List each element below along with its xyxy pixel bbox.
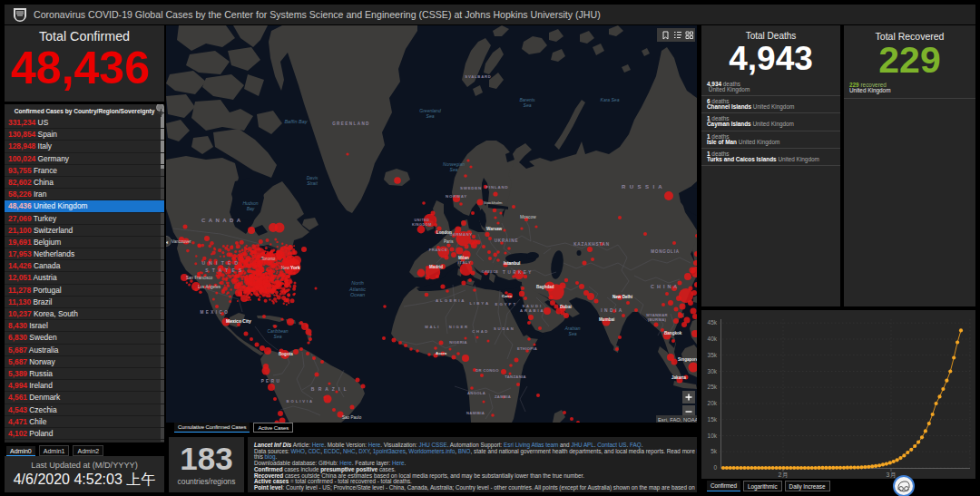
svg-text:C H I N A: C H I N A (651, 284, 678, 289)
svg-text:30k: 30k (708, 368, 718, 374)
svg-text:Accra: Accra (436, 351, 447, 355)
svg-text:Arabian: Arabian (564, 326, 580, 331)
svg-text:TANZANIA: TANZANIA (505, 374, 526, 379)
svg-text:Toronto: Toronto (261, 257, 276, 261)
svg-text:Barents: Barents (519, 97, 535, 102)
svg-text:FRANCE: FRANCE (429, 248, 447, 252)
svg-text:2月: 2月 (779, 472, 789, 479)
svg-text:0: 0 (713, 464, 717, 471)
svg-text:R U S S I A: R U S S I A (622, 184, 663, 190)
svg-text:ETHIOPIA: ETHIOPIA (517, 346, 537, 351)
svg-text:Bay: Bay (247, 206, 255, 211)
svg-text:DR CONGO: DR CONGO (475, 368, 499, 373)
svg-text:10k: 10k (708, 433, 718, 439)
svg-text:FINLAND: FINLAND (486, 185, 509, 190)
svg-text:45k: 45k (708, 319, 718, 326)
svg-text:Mumbai: Mumbai (599, 317, 614, 322)
svg-text:25k: 25k (708, 384, 718, 390)
svg-text:◂: ◂ (166, 239, 168, 245)
svg-text:S U D A N: S U D A N (494, 326, 514, 331)
svg-text:ITALY: ITALY (458, 260, 472, 265)
svg-text:Sea: Sea (450, 167, 458, 172)
svg-text:Greenland: Greenland (419, 108, 441, 113)
svg-text:Sea: Sea (524, 102, 532, 108)
svg-text:Esri, FAO, NOAA: Esri, FAO, NOAA (658, 417, 697, 423)
svg-text:New Delhi: New Delhi (612, 295, 632, 299)
svg-text:Caribbean: Caribbean (267, 328, 288, 334)
svg-text:Cairo: Cairo (502, 294, 513, 298)
svg-text:35k: 35k (708, 352, 718, 358)
svg-text:Stockholm: Stockholm (484, 200, 503, 205)
svg-text:B O L I V I A: B O L I V I A (287, 399, 313, 404)
svg-text:GERMANY: GERMANY (450, 232, 473, 237)
svg-text:KAZAKHSTAN: KAZAKHSTAN (573, 242, 610, 247)
svg-text:York: York (290, 265, 300, 270)
svg-text:Moscow: Moscow (520, 215, 536, 219)
svg-text:MONGOLIA: MONGOLIA (651, 249, 680, 254)
svg-text:UNITED: UNITED (414, 219, 429, 222)
svg-text:Baffin Bay: Baffin Bay (284, 119, 308, 124)
svg-text:Davis: Davis (307, 175, 318, 180)
svg-text:U N I T E D: U N I T E D (202, 260, 240, 266)
svg-text:5k: 5k (710, 448, 718, 454)
svg-text:SWEDEN: SWEDEN (460, 186, 482, 190)
svg-text:North: North (351, 280, 363, 286)
svg-text:S T A T E S: S T A T E S (205, 267, 243, 273)
svg-text:Vancouver: Vancouver (172, 239, 191, 244)
svg-text:Hudson: Hudson (242, 200, 258, 206)
svg-text:I N D I A: I N D I A (601, 308, 622, 313)
svg-text:Mexico City: Mexico City (226, 318, 251, 324)
svg-text:NAMIBIA: NAMIBIA (466, 411, 485, 415)
svg-text:UKRAINE: UKRAINE (495, 238, 519, 243)
svg-text:T U R K E Y: T U R K E Y (503, 270, 532, 275)
svg-text:SVALBARD: SVALBARD (465, 74, 491, 79)
svg-text:Paris: Paris (444, 239, 454, 244)
svg-text:B R A Z I L: B R A Z I L (311, 386, 348, 392)
svg-text:San Francisco: San Francisco (186, 276, 213, 280)
svg-text:ANGOLA: ANGOLA (467, 391, 485, 395)
svg-text:Strait: Strait (307, 180, 318, 186)
svg-text:NIGERIA: NIGERIA (449, 340, 467, 345)
svg-text:Atlantic: Atlantic (348, 287, 366, 292)
svg-text:E G Y P T: E G Y P T (495, 302, 515, 306)
svg-text:Madrid: Madrid (429, 265, 443, 269)
svg-text:Ocean: Ocean (350, 292, 365, 297)
svg-text:New: New (281, 266, 290, 270)
svg-text:20k: 20k (708, 400, 718, 406)
svg-text:M A L I: M A L I (425, 325, 438, 329)
svg-text:Kara Sea: Kara Sea (601, 97, 620, 102)
svg-text:London: London (436, 230, 452, 235)
svg-text:N I G E R: N I G E R (449, 325, 468, 329)
svg-text:15k: 15k (708, 416, 718, 423)
svg-text:C H A D: C H A D (472, 329, 487, 334)
svg-text:Dubai: Dubai (560, 305, 572, 309)
svg-text:GREECE: GREECE (482, 270, 499, 274)
svg-text:Milan: Milan (458, 256, 469, 260)
svg-text:A L G E R I A: A L G E R I A (436, 298, 465, 303)
svg-text:C A N A D A: C A N A D A (201, 218, 241, 223)
svg-text:NORWAY: NORWAY (446, 194, 467, 199)
svg-text:A R A B I A: A R A B I A (520, 308, 544, 313)
svg-text:Singapore: Singapore (678, 357, 697, 362)
svg-text:(BURMA): (BURMA) (648, 317, 667, 322)
svg-text:Bogota: Bogota (279, 352, 293, 356)
svg-text:Sea: Sea (426, 113, 435, 119)
svg-text:L I B Y A: L I B Y A (469, 301, 489, 306)
svg-text:Sea: Sea (274, 334, 282, 339)
svg-text:Sao Paulo: Sao Paulo (342, 415, 362, 420)
svg-text:KINGDOM: KINGDOM (412, 223, 432, 227)
svg-text:Sea: Sea (569, 331, 577, 336)
svg-text:ZAMBIA: ZAMBIA (495, 394, 511, 399)
svg-text:Baghdad: Baghdad (536, 285, 554, 289)
svg-text:GREENLAND: GREENLAND (332, 122, 370, 126)
svg-text:40k: 40k (708, 336, 718, 342)
svg-text:Warsaw: Warsaw (486, 227, 503, 231)
svg-text:P E R U: P E R U (261, 379, 280, 384)
svg-text:M E X I C O: M E X I C O (200, 310, 228, 315)
svg-text:Norwegian: Norwegian (443, 161, 465, 167)
svg-text:Bangkok: Bangkok (664, 331, 682, 336)
svg-text:Jakarta: Jakarta (671, 375, 687, 380)
svg-text:Los Angeles: Los Angeles (198, 285, 221, 289)
svg-text:Istanbul: Istanbul (504, 261, 520, 266)
